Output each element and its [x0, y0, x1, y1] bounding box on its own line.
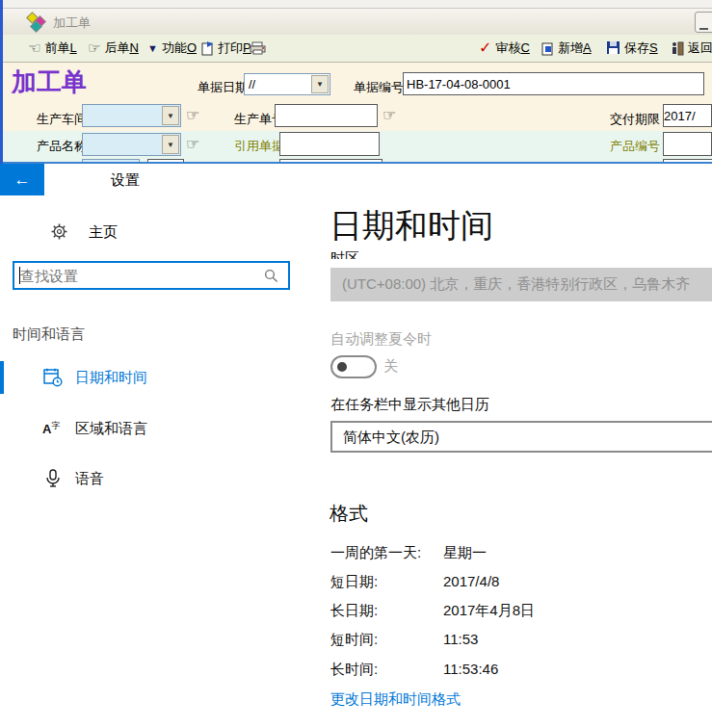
doc-date-label: 单据日期 [198, 79, 248, 96]
deadline-input[interactable] [663, 104, 712, 127]
print-doc-icon [201, 41, 214, 56]
selected-accent-bar [0, 361, 4, 394]
form-title: 加工单 [12, 65, 87, 99]
toggle-knob [337, 362, 347, 372]
sidebar-item-speech[interactable]: 语音 [0, 462, 318, 495]
gear-icon [51, 223, 67, 240]
workshop-combobox[interactable]: ▼ [82, 104, 181, 127]
sidebar-item-home[interactable]: 主页 [0, 217, 318, 251]
calendar-clock-icon [43, 368, 63, 387]
ref-doc-label: 引用单据 [234, 138, 284, 155]
window-title: 加工单 [53, 14, 91, 32]
product-name-combobox[interactable]: ▼ [82, 133, 181, 156]
prev-doc-button[interactable]: ☜ 前单L [28, 39, 77, 57]
window-top-edge [0, 0, 712, 9]
lookup-hand-icon[interactable]: ☞ [382, 106, 396, 124]
save-button[interactable]: 保存S [607, 39, 658, 57]
change-formats-link[interactable]: 更改日期和时间格式 [330, 690, 461, 709]
sidebar-item-label: 日期和时间 [75, 369, 147, 387]
next-doc-button[interactable]: ☞ 后单N [88, 39, 139, 57]
formats-section-title: 格式 [330, 501, 368, 527]
format-row-short-time: 短时间: 11:53 [330, 631, 712, 650]
sidebar-item-date-time[interactable]: 日期和时间 [0, 361, 318, 394]
dst-label: 自动调整夏令时 [330, 330, 432, 349]
processing-order-window: 加工单 ☜ 前单L ☞ 后单N ▼ 功能O 打印P [0, 0, 712, 164]
format-row-first-day: 一周的第一天: 星期一 [330, 544, 712, 563]
back-arrow-icon: ← [14, 170, 31, 190]
region-language-icon: A字 [42, 420, 60, 436]
dst-toggle-state: 关 [383, 357, 398, 376]
hand-left-icon: ☜ [28, 41, 40, 55]
ref-doc-input[interactable] [279, 132, 380, 156]
dst-toggle[interactable] [330, 355, 377, 378]
product-no-input[interactable] [663, 132, 712, 156]
settings-search-box[interactable] [13, 261, 290, 290]
hand-right-icon: ☞ [88, 41, 100, 55]
exit-icon [672, 41, 684, 56]
audit-button[interactable]: ✓ 审核C [479, 39, 530, 57]
settings-app-title: 设置 [111, 171, 140, 190]
format-row-short-date: 短日期: 2017/4/8 [330, 573, 712, 592]
chevron-down-icon[interactable]: ▼ [162, 135, 179, 154]
sidebar-home-label: 主页 [89, 223, 118, 242]
window-left-border [0, 0, 3, 164]
new-button[interactable]: 新增A [541, 39, 592, 57]
chevron-down-icon[interactable]: ▼ [162, 106, 179, 125]
product-name-label: 产品名称 [37, 138, 87, 155]
timezone-select: (UTC+08:00) 北京，重庆，香港特别行政区，乌鲁木齐 [330, 268, 712, 301]
search-icon[interactable] [264, 269, 278, 283]
search-input[interactable] [20, 265, 251, 286]
back-button[interactable]: ← [0, 164, 44, 195]
format-row-long-date: 长日期: 2017年4月8日 [330, 602, 712, 621]
return-button[interactable]: 返回R [672, 39, 712, 57]
check-icon: ✓ [479, 41, 491, 55]
product-no-label: 产品编号 [610, 138, 660, 155]
microphone-icon [43, 469, 63, 488]
down-arrow-icon: ▼ [147, 42, 158, 54]
doc-date-combobox[interactable]: // ▼ [244, 73, 330, 95]
sidebar-section-label: 时间和语言 [13, 325, 85, 344]
print-button[interactable]: 打印P [201, 39, 251, 57]
printer-icon[interactable] [250, 41, 267, 55]
sidebar-item-label: 区域和语言 [75, 420, 147, 438]
extra-calendar-label: 在任务栏中显示其他日历 [330, 396, 489, 414]
deadline-label: 交付期限 [610, 111, 660, 128]
doc-no-label: 单据编号 [354, 79, 404, 96]
extra-calendar-select[interactable]: 简体中文(农历) [330, 421, 712, 453]
doc-no-input[interactable] [403, 72, 704, 95]
chevron-down-icon[interactable]: ▼ [311, 75, 329, 93]
lookup-hand-icon[interactable]: ☞ [186, 106, 199, 124]
floppy-icon [607, 41, 620, 55]
page-title: 日期和时间 [330, 204, 493, 248]
toolbar: ☜ 前单L ☞ 后单N ▼ 功能O 打印P ✓ 审核C [3, 35, 712, 63]
sidebar-item-label: 语音 [75, 470, 104, 488]
titlebar[interactable]: 加工单 [3, 9, 712, 36]
timezone-label-clipped: 时区 [330, 248, 388, 259]
format-row-long-time: 长时间: 11:53:46 [330, 661, 712, 680]
prod-no-input[interactable] [275, 104, 378, 127]
settings-window: ← 设置 主页 时间和语言 [0, 164, 712, 728]
functions-button[interactable]: ▼ 功能O [147, 39, 197, 57]
workshop-label: 生产车间 [37, 111, 87, 128]
new-doc-icon [541, 41, 554, 56]
lookup-hand-icon[interactable]: ☞ [186, 135, 199, 153]
minimize-button[interactable] [695, 12, 712, 33]
sidebar-item-region-language[interactable]: A字 区域和语言 [0, 412, 318, 445]
